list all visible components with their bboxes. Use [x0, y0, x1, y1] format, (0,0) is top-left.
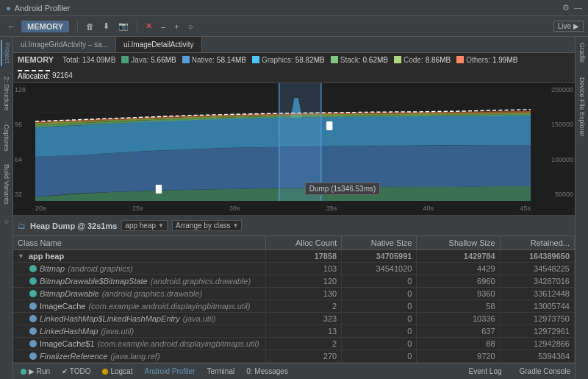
back-button[interactable]: ←: [4, 21, 18, 32]
tick-30s: 30s: [229, 205, 240, 212]
table-row[interactable]: LinkedHashMap (java.util) 13 0 637 12972…: [13, 325, 575, 338]
class-name-text: LinkedHashMap$LinkedHashMapEntry: [40, 314, 180, 323]
profiler-button[interactable]: Android Profiler: [141, 366, 198, 376]
legend-native: Native: 58.14MB: [182, 56, 246, 64]
native-size: 0: [342, 300, 417, 313]
svg-rect-6: [156, 185, 162, 194]
shallow-size: 88: [417, 338, 500, 350]
tick-35s: 35s: [326, 205, 337, 212]
class-color-icon: [29, 327, 37, 335]
chart-svg: [35, 83, 531, 201]
parent-alloc: 17858: [266, 250, 342, 263]
sidebar-tab-favorites[interactable]: ☆: [2, 215, 11, 228]
heap-dump-button[interactable]: 📷: [115, 20, 132, 32]
logcat-button[interactable]: Logcat: [99, 366, 135, 376]
table-row[interactable]: ImageCache (com.example.android.displayi…: [13, 300, 575, 313]
parent-shallow: 1429784: [417, 250, 500, 263]
retained-size: 12973750: [500, 313, 574, 325]
shallow-size: 9360: [417, 288, 500, 300]
pkg-text: (com.example.android.displayingbitmaps.u…: [88, 302, 250, 311]
legend-java: Java: 5.66MB: [121, 56, 176, 64]
profiler-label: Android Profiler: [144, 367, 195, 375]
retained-size: 5394384: [500, 350, 574, 363]
terminal-button[interactable]: Terminal: [204, 366, 237, 376]
run-button[interactable]: ▶ Run: [18, 366, 53, 376]
r-label-200k: 200000: [534, 86, 573, 93]
stack-label: Stack:: [340, 56, 361, 64]
stack-value: 0.62MB: [363, 56, 388, 64]
sidebar-tab-captures[interactable]: Captures: [2, 121, 11, 155]
minimize-icon[interactable]: —: [574, 3, 582, 13]
tick-45s: 45s: [520, 205, 531, 212]
memory-title: MEMORY: [18, 55, 54, 64]
table-row[interactable]: FinalizerReference (java.lang.ref) 270 0…: [13, 350, 575, 363]
native-value: 58.14MB: [217, 56, 246, 64]
shallow-size: 58: [417, 300, 500, 313]
live-label: Live: [558, 22, 571, 30]
shallow-size: 10336: [417, 313, 500, 325]
memory-label: MEMORY: [21, 21, 69, 32]
table-row[interactable]: BitmapDrawable$BitmapState (android.grap…: [13, 275, 575, 288]
class-name-cell: BitmapDrawable (android.graphics.drawabl…: [13, 288, 266, 300]
table-container[interactable]: Class Name Alloc Count Native Size Shall…: [13, 236, 575, 363]
table-row[interactable]: ImageCache$1 (com.example.android.displa…: [13, 338, 575, 350]
class-name-cell: BitmapDrawable$BitmapState (android.grap…: [13, 275, 266, 288]
legend-stack: Stack: 0.62MB: [331, 56, 388, 64]
chart-area[interactable]: 128 96 64 32: [13, 83, 575, 201]
class-name-cell: ImageCache (com.example.android.displayi…: [13, 300, 266, 313]
r-label-50k: 50000: [534, 191, 573, 198]
activity-tabs: ui.ImageGridActivity – sa... ui.ImageDet…: [13, 37, 575, 53]
table-body: ▼ app heap 17858 34705991 1429784 164389…: [13, 250, 575, 364]
table-row[interactable]: LinkedHashMap$LinkedHashMapEntry (java.u…: [13, 313, 575, 325]
table-parent-row[interactable]: ▼ app heap 17858 34705991 1429784 164389…: [13, 250, 575, 263]
native-size: 0: [342, 350, 417, 363]
tab-image-detail[interactable]: ui.ImageDetailActivity: [116, 37, 202, 52]
pkg-text: (com.example.android.displayingbitmaps.u…: [98, 339, 259, 348]
th-native-size[interactable]: Native Size: [342, 236, 417, 250]
class-name-cell: Bitmap (android.graphics): [13, 263, 266, 275]
device-file-sidebar-tab[interactable]: Device File Explorer: [578, 74, 587, 140]
delete-button[interactable]: 🗑: [83, 21, 97, 32]
class-name-text: ImageCache$1: [40, 339, 95, 348]
graphics-color: [252, 56, 259, 63]
arrange-dropdown-label: Arrange by class: [176, 222, 230, 230]
gear-icon[interactable]: ⚙: [562, 3, 570, 13]
main-toolbar: ← MEMORY 🗑 ⬇ 📷 ✕ – + ○ Live ▶: [0, 16, 588, 37]
logcat-label: Logcat: [110, 367, 132, 375]
table-row[interactable]: BitmapDrawable (android.graphics.drawabl…: [13, 288, 575, 300]
sidebar-tab-structure[interactable]: 2: Structure: [2, 74, 11, 114]
title-actions: ⚙ —: [562, 3, 582, 13]
messages-button[interactable]: 0: Messages: [243, 366, 291, 376]
th-class-name[interactable]: Class Name: [13, 236, 266, 250]
run-label: ▶ Run: [29, 367, 50, 375]
th-retained[interactable]: Retained...: [500, 236, 574, 250]
event-log-button[interactable]: Event Log: [468, 367, 501, 375]
heap-dropdown[interactable]: app heap ▼: [121, 220, 168, 231]
sidebar-tab-build[interactable]: Build Variants: [2, 161, 11, 208]
table-row[interactable]: Bitmap (android.graphics) 103 34541020 4…: [13, 263, 575, 275]
todo-button[interactable]: ✔ TODO: [59, 366, 93, 376]
retained-size: 12972961: [500, 325, 574, 338]
retained-size: 33612448: [500, 288, 574, 300]
native-size: 0: [342, 338, 417, 350]
plus-button[interactable]: +: [171, 21, 182, 32]
arrange-dropdown[interactable]: Arrange by class ▼: [172, 220, 242, 231]
gradle-sidebar-tab[interactable]: Gradle: [578, 40, 587, 65]
sidebar-tab-project[interactable]: Project: [1, 40, 12, 66]
title-bar-text: Android Profiler: [15, 4, 71, 13]
chevron-down-icon: ▼: [158, 222, 164, 229]
class-name-text: BitmapDrawable$BitmapState: [40, 277, 148, 286]
fit-button[interactable]: ○: [185, 21, 196, 32]
gradle-label: Gradle Console: [520, 367, 570, 375]
stop-button[interactable]: ✕: [143, 20, 155, 32]
time-ticks: 20s 25s 30s 35s 40s 45s: [35, 205, 575, 212]
minus-button[interactable]: –: [158, 21, 168, 32]
gradle-button[interactable]: Gradle Console: [520, 367, 570, 375]
native-size: 0: [342, 325, 417, 338]
heap-title: Heap Dump @ 32s1ms: [30, 222, 117, 230]
tab-image-grid[interactable]: ui.ImageGridActivity – sa...: [13, 37, 116, 52]
force-gc-button[interactable]: ⬇: [100, 20, 112, 32]
th-shallow-size[interactable]: Shallow Size: [417, 236, 500, 250]
th-alloc-count[interactable]: Alloc Count: [266, 236, 342, 250]
title-bar: ● Android Profiler ⚙ —: [0, 0, 588, 16]
